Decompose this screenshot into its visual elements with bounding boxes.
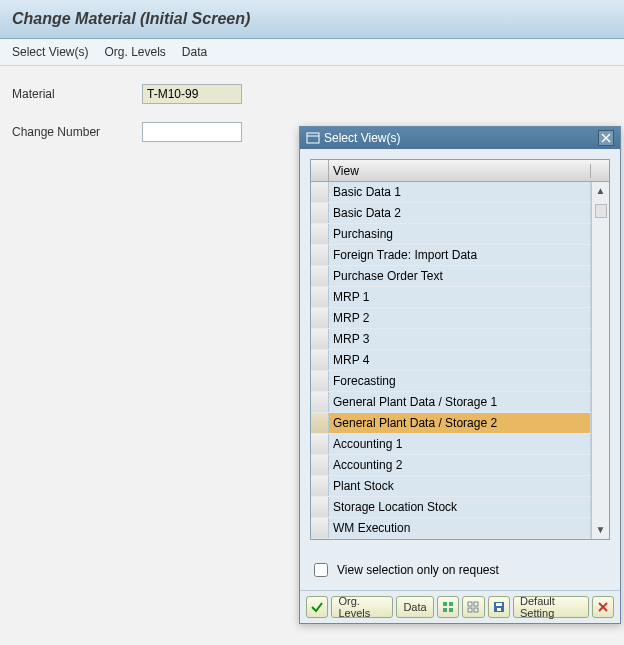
close-icon[interactable]	[598, 130, 614, 146]
row-view-label: Accounting 2	[329, 455, 591, 475]
table-row[interactable]: MRP 4	[311, 350, 591, 371]
row-view-label: Forecasting	[329, 371, 591, 391]
svg-rect-7	[449, 608, 453, 612]
scroll-up-icon[interactable]: ▲	[594, 184, 608, 198]
row-view-label: MRP 4	[329, 350, 591, 370]
table-row[interactable]: Plant Stock	[311, 476, 591, 497]
svg-rect-11	[474, 608, 478, 612]
row-select-cell[interactable]	[311, 308, 329, 328]
row-select-cell[interactable]	[311, 455, 329, 475]
scroll-down-icon[interactable]: ▼	[594, 523, 608, 537]
row-select-cell[interactable]	[311, 392, 329, 412]
page-title: Change Material (Initial Screen)	[12, 10, 612, 28]
view-table: View Basic Data 1Basic Data 2PurchasingF…	[310, 159, 610, 540]
check-icon	[310, 600, 324, 614]
title-bar: Change Material (Initial Screen)	[0, 0, 624, 39]
menu-org-levels[interactable]: Org. Levels	[104, 45, 165, 59]
org-levels-button[interactable]: Org. Levels	[331, 596, 393, 618]
dialog-icon	[306, 131, 320, 145]
table-row[interactable]: Basic Data 2	[311, 203, 591, 224]
cancel-button[interactable]	[592, 596, 614, 618]
svg-rect-6	[443, 608, 447, 612]
svg-rect-0	[307, 133, 319, 143]
row-select-cell[interactable]	[311, 182, 329, 202]
deselect-all-button[interactable]	[462, 596, 484, 618]
save-button[interactable]	[488, 596, 510, 618]
row-select-cell[interactable]	[311, 371, 329, 391]
row-select-cell[interactable]	[311, 350, 329, 370]
table-row[interactable]: Purchasing	[311, 224, 591, 245]
table-row[interactable]: MRP 2	[311, 308, 591, 329]
row-select-cell[interactable]	[311, 434, 329, 454]
change-number-label: Change Number	[12, 125, 142, 139]
view-selection-only-row: View selection only on request	[310, 560, 610, 580]
svg-rect-4	[443, 602, 447, 606]
row-select-cell[interactable]	[311, 329, 329, 349]
row-view-label: Plant Stock	[329, 476, 591, 496]
table-row[interactable]: Forecasting	[311, 371, 591, 392]
view-selection-only-label: View selection only on request	[337, 563, 499, 577]
dialog-footer: Org. Levels Data Default Setting	[300, 590, 620, 623]
cancel-icon	[596, 600, 610, 614]
material-label: Material	[12, 87, 142, 101]
row-select-cell[interactable]	[311, 287, 329, 307]
select-views-dialog: Select View(s) View Basic Data 1Basic Da…	[299, 126, 621, 624]
dialog-title: Select View(s)	[324, 131, 598, 145]
row-view-label: Basic Data 2	[329, 203, 591, 223]
svg-rect-14	[497, 608, 501, 611]
row-view-label: Accounting 1	[329, 434, 591, 454]
table-row[interactable]: Storage Location Stock	[311, 497, 591, 518]
data-button[interactable]: Data	[396, 596, 433, 618]
row-select-cell[interactable]	[311, 266, 329, 286]
select-all-button[interactable]	[437, 596, 459, 618]
ok-button[interactable]	[306, 596, 328, 618]
table-row[interactable]: Accounting 1	[311, 434, 591, 455]
row-select-cell[interactable]	[311, 224, 329, 244]
view-table-header: View	[311, 160, 609, 182]
dialog-body: View Basic Data 1Basic Data 2PurchasingF…	[300, 149, 620, 590]
table-row[interactable]: General Plant Data / Storage 2	[311, 413, 591, 434]
menu-select-views[interactable]: Select View(s)	[12, 45, 88, 59]
table-row[interactable]: MRP 3	[311, 329, 591, 350]
row-select-cell[interactable]	[311, 476, 329, 496]
select-all-icon	[441, 600, 455, 614]
row-view-label: MRP 3	[329, 329, 591, 349]
view-rows: Basic Data 1Basic Data 2PurchasingForeig…	[311, 182, 609, 539]
row-view-label: General Plant Data / Storage 1	[329, 392, 591, 412]
svg-rect-5	[449, 602, 453, 606]
table-row[interactable]: WM Execution	[311, 518, 591, 539]
table-row[interactable]: General Plant Data / Storage 1	[311, 392, 591, 413]
row-view-label: Purchasing	[329, 224, 591, 244]
default-setting-button[interactable]: Default Setting	[513, 596, 589, 618]
vertical-scrollbar[interactable]: ▲ ▼	[591, 182, 609, 539]
svg-rect-10	[468, 608, 472, 612]
row-select-cell[interactable]	[311, 518, 329, 538]
row-view-label: Storage Location Stock	[329, 497, 591, 517]
table-row[interactable]: Foreign Trade: Import Data	[311, 245, 591, 266]
view-selection-only-checkbox[interactable]	[314, 563, 328, 577]
change-number-field[interactable]	[142, 122, 242, 142]
header-view-col[interactable]: View	[329, 164, 591, 178]
menu-data[interactable]: Data	[182, 45, 207, 59]
row-view-label: WM Execution	[329, 518, 591, 538]
scroll-thumb[interactable]	[595, 204, 607, 218]
row-view-label: Basic Data 1	[329, 182, 591, 202]
table-row[interactable]: Basic Data 1	[311, 182, 591, 203]
svg-rect-8	[468, 602, 472, 606]
table-row[interactable]: Accounting 2	[311, 455, 591, 476]
row-select-cell[interactable]	[311, 497, 329, 517]
material-field[interactable]	[142, 84, 242, 104]
row-select-cell[interactable]	[311, 203, 329, 223]
svg-rect-9	[474, 602, 478, 606]
form-row-material: Material	[12, 84, 612, 104]
row-select-cell[interactable]	[311, 245, 329, 265]
header-scroll-col	[591, 160, 609, 181]
row-select-cell[interactable]	[311, 413, 329, 433]
table-row[interactable]: Purchase Order Text	[311, 266, 591, 287]
table-row[interactable]: MRP 1	[311, 287, 591, 308]
row-view-label: General Plant Data / Storage 2	[329, 413, 591, 433]
deselect-all-icon	[466, 600, 480, 614]
header-sel-col[interactable]	[311, 160, 329, 181]
dialog-titlebar: Select View(s)	[300, 127, 620, 149]
row-view-label: Foreign Trade: Import Data	[329, 245, 591, 265]
